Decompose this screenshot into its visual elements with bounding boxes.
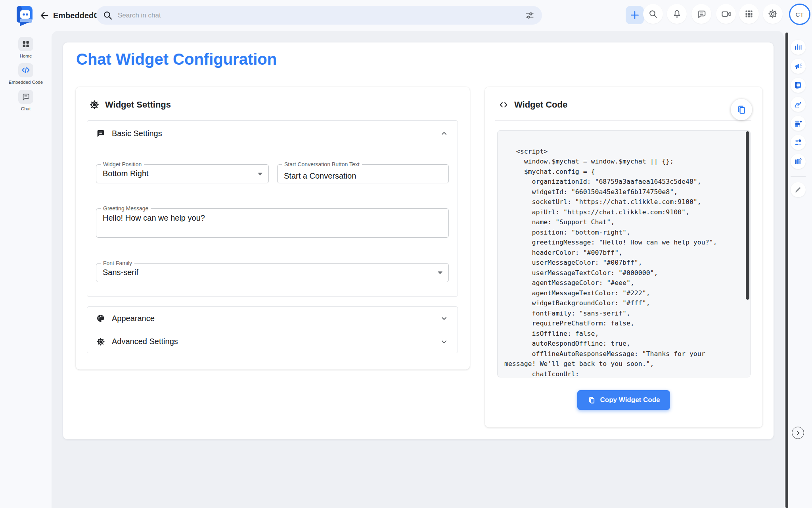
tune-filter-icon[interactable] <box>525 10 535 21</box>
people-icon <box>794 138 802 147</box>
main-content: Chat Widget Configuration Widget Setting… <box>52 31 784 508</box>
gear-icon <box>89 100 100 110</box>
basic-settings-accordion: Basic Settings Widget Position Bottom Ri… <box>87 120 458 297</box>
video-call-button[interactable] <box>716 4 736 24</box>
sidebar-item-embedded-code[interactable]: Embedded Code <box>0 63 52 85</box>
chat-app-icon <box>794 81 802 90</box>
code-brackets-icon <box>498 100 509 110</box>
appearance-header[interactable]: Appearance <box>87 307 458 330</box>
people-app-button[interactable] <box>791 135 806 150</box>
search-input[interactable] <box>118 12 525 19</box>
notifications-button[interactable] <box>667 4 687 24</box>
code-scrollbar-thumb[interactable] <box>746 131 749 300</box>
divider <box>791 176 806 177</box>
collapse-rail-button[interactable] <box>792 427 804 439</box>
sidebar-item-label: Chat <box>0 106 52 111</box>
appearance-title: Appearance <box>112 314 433 323</box>
chat-bubble-icon <box>697 9 707 19</box>
apps-grid-icon <box>744 9 754 19</box>
tasks-list-icon <box>794 119 802 128</box>
chat-bubble-icon <box>21 92 30 101</box>
chevron-right-icon <box>794 429 802 437</box>
home-grid-icon <box>21 40 30 48</box>
left-sidebar: Home Embedded Code Chat <box>0 31 52 508</box>
copy-icon <box>736 104 747 115</box>
basic-settings-header[interactable]: Basic Settings <box>87 121 458 146</box>
greeting-message-label: Greeting Message <box>101 205 151 212</box>
copy-icon <box>588 396 596 404</box>
chat-button[interactable] <box>691 4 711 24</box>
basic-settings-title: Basic Settings <box>112 129 433 138</box>
analytics-app-icon <box>794 43 802 52</box>
page-card: Chat Widget Configuration Widget Setting… <box>63 42 774 439</box>
bell-icon <box>672 9 682 19</box>
page-title: Chat Widget Configuration <box>76 50 277 68</box>
widget-code-text: <script> window.$mychat = window.$mychat… <box>498 131 735 377</box>
user-avatar[interactable]: CT <box>789 4 810 25</box>
chevron-down-icon <box>439 314 449 323</box>
edit-button[interactable] <box>791 182 806 197</box>
collapsed-accordions: Appearance Advanced Settings <box>87 306 458 353</box>
greeting-message-textarea[interactable]: Hello! How can we help you? <box>96 209 448 237</box>
signature-icon <box>794 100 802 109</box>
dropdown-arrow-icon <box>438 271 442 274</box>
code-icon <box>21 65 31 75</box>
topbar: EmbeddedCode <box>0 0 812 31</box>
widget-position-label: Widget Position <box>101 161 144 167</box>
start-button-text-label: Start Conversation Button Text <box>282 161 362 167</box>
chat-app-button[interactable] <box>791 78 806 93</box>
sidebar-item-label: Home <box>0 54 52 58</box>
apps-grid-button[interactable] <box>739 4 759 24</box>
tasks-app-button[interactable] <box>791 116 806 131</box>
pencil-icon <box>794 186 802 194</box>
font-family-label: Font Family <box>101 260 134 266</box>
app-logo-icon <box>14 4 34 27</box>
sidebar-item-chat[interactable]: Chat <box>0 90 52 111</box>
gear-icon <box>96 337 105 346</box>
font-family-value: Sans-serif <box>96 264 448 277</box>
back-button[interactable] <box>38 9 51 22</box>
new-create-button[interactable] <box>626 6 644 24</box>
search-icon <box>103 10 113 21</box>
chevron-down-icon <box>439 337 449 346</box>
widget-code-block: <script> window.$mychat = window.$mychat… <box>497 130 751 377</box>
greeting-message-field[interactable]: Greeting Message Hello! How can we help … <box>96 208 449 238</box>
font-family-select[interactable]: Font Family Sans-serif <box>96 263 449 282</box>
widget-position-select[interactable]: Widget Position Bottom Right <box>96 164 269 183</box>
search-bar[interactable] <box>96 6 542 25</box>
widget-code-title: Widget Code <box>514 100 567 110</box>
widget-settings-title: Widget Settings <box>105 100 171 110</box>
widget-settings-panel: Widget Settings Basic Settings <box>76 87 470 369</box>
sidebar-item-label: Embedded Code <box>0 80 52 85</box>
plus-icon <box>629 10 640 21</box>
advanced-settings-title: Advanced Settings <box>112 337 433 346</box>
search-icon <box>648 9 658 19</box>
divider <box>495 120 751 121</box>
right-app-rail <box>784 31 812 508</box>
dropdown-arrow-icon <box>258 173 262 175</box>
settings-button[interactable] <box>763 4 783 24</box>
sidebar-item-home[interactable]: Home <box>0 37 52 58</box>
polls-icon <box>794 157 802 166</box>
message-icon <box>96 129 105 138</box>
copy-widget-code-label: Copy Widget Code <box>600 396 660 404</box>
chevron-up-icon <box>439 129 449 138</box>
copy-code-icon-button[interactable] <box>731 99 752 120</box>
palette-icon <box>96 314 105 323</box>
advanced-settings-header[interactable]: Advanced Settings <box>87 330 458 353</box>
campaigns-app-button[interactable] <box>791 59 806 74</box>
megaphone-icon <box>794 62 802 71</box>
start-button-text-field[interactable]: Start Conversation Button Text <box>277 164 449 183</box>
gear-icon <box>768 9 778 19</box>
analytics-app-button[interactable] <box>791 40 806 55</box>
copy-widget-code-button[interactable]: Copy Widget Code <box>577 390 670 410</box>
video-camera-icon <box>721 9 732 19</box>
global-search-button[interactable] <box>643 4 663 24</box>
polls-app-button[interactable] <box>791 154 806 169</box>
widget-code-panel: Widget Code <script> window.$mychat = wi… <box>485 87 762 427</box>
sign-app-button[interactable] <box>791 97 806 112</box>
